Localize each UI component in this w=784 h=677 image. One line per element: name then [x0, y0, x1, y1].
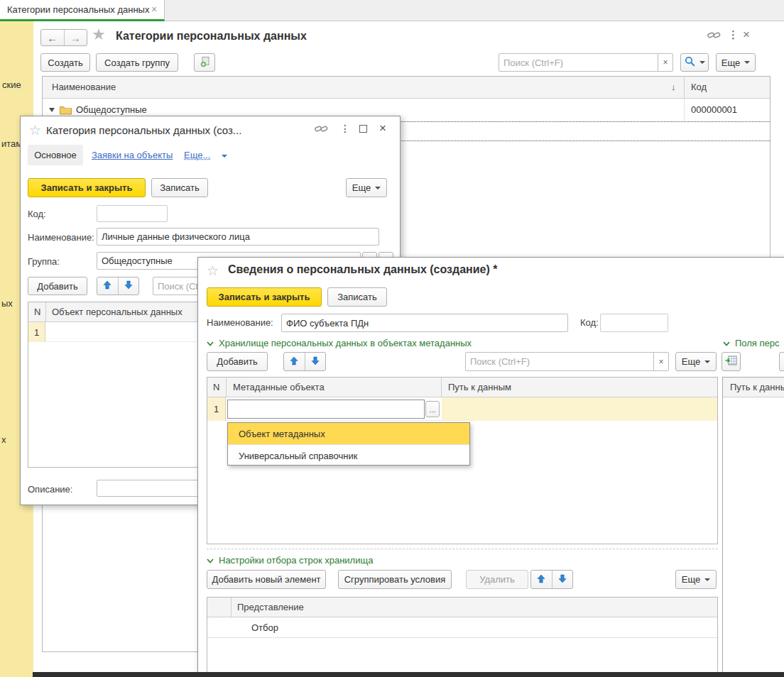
move-row-buttons [283, 352, 326, 371]
sidebar-item-fragment[interactable]: итам [1, 138, 22, 149]
move-down-button[interactable] [305, 353, 326, 370]
back-button[interactable]: ← [41, 30, 64, 45]
get-link-icon[interactable] [315, 124, 328, 136]
move-up-button[interactable] [284, 353, 305, 370]
tab-more-link[interactable]: Еще... [184, 150, 210, 160]
description-label: Описание: [28, 484, 72, 495]
more-menu-dots-icon[interactable]: ⋮ [728, 28, 739, 41]
search-mode-button[interactable] [680, 53, 709, 72]
favorite-star-icon[interactable]: ☆ [207, 263, 219, 279]
table-row[interactable]: 1 ... [207, 397, 717, 421]
tab-close-icon[interactable]: × [151, 4, 157, 15]
name-label: Наименование: [207, 317, 273, 328]
delete-button[interactable]: Удалить [466, 570, 528, 589]
move-up-button[interactable] [531, 571, 552, 588]
more-button-label: Еще [722, 57, 740, 68]
storage-more-button[interactable]: Еще [675, 352, 717, 371]
name-field[interactable] [281, 314, 568, 332]
move-down-button[interactable] [552, 571, 573, 588]
add-object-button[interactable]: Добавить [28, 277, 87, 295]
close-dialog-icon[interactable]: × [379, 121, 386, 136]
arrow-down-icon [558, 574, 567, 585]
column-header-path[interactable]: Путь к данным [448, 382, 511, 392]
list-more-button[interactable]: Еще [716, 53, 756, 72]
column-header-n[interactable]: N [34, 307, 40, 317]
column-header-path[interactable]: Путь к данны [730, 382, 784, 392]
filter-table-header[interactable]: Представление [207, 598, 717, 617]
code-field[interactable] [600, 314, 668, 332]
column-header-code[interactable]: Код [691, 82, 707, 92]
save-button[interactable]: Записать [151, 178, 208, 197]
chevron-down-icon [699, 61, 705, 64]
clear-x-icon: × [658, 357, 663, 367]
delete-label: Удалить [479, 574, 515, 585]
forward-button[interactable]: → [64, 30, 87, 45]
chevron-collapse-icon [723, 338, 730, 348]
add-label: Добавить [217, 356, 257, 367]
tab-requests-link[interactable]: Заявки на объекты [92, 150, 173, 160]
create-button[interactable]: Создать [40, 53, 90, 72]
add-new-element-button[interactable]: Добавить новый элемент [207, 570, 326, 589]
fields-panel-header[interactable]: Путь к данны [723, 378, 784, 397]
column-header-view[interactable]: Представление [237, 602, 304, 612]
chevron-down-icon [375, 187, 381, 189]
dropdown-item[interactable]: Универсальный справочник [228, 444, 469, 466]
more-menu-dots-icon[interactable]: ⋮ [340, 123, 350, 134]
magnifier-icon [685, 56, 695, 69]
name-field[interactable] [97, 228, 379, 246]
search-input[interactable] [466, 353, 653, 370]
dropdown-item-selected[interactable]: Объект метаданных [228, 423, 469, 444]
create-group-button[interactable]: Создать группу [96, 53, 178, 72]
favorite-star-icon[interactable]: ★ [92, 26, 106, 44]
table-row[interactable]: Отбор [207, 617, 717, 638]
chevron-down-icon[interactable] [222, 155, 227, 158]
metadata-table-header[interactable]: N Метаданные объекта Путь к данным [207, 378, 717, 397]
group-conditions-label: Сгруппировать условия [344, 574, 446, 585]
storage-section-header[interactable]: Хранилище персональных данных в объектах… [207, 338, 472, 348]
group-conditions-button[interactable]: Сгруппировать условия [338, 570, 452, 589]
metadata-edit-cell[interactable] [227, 400, 425, 419]
categories-table-header[interactable]: Наименование ↓ Код [43, 77, 770, 99]
move-up-button[interactable] [97, 277, 118, 295]
get-link-icon[interactable] [707, 31, 721, 42]
sidebar-item-fragment[interactable]: х [1, 434, 6, 445]
fields-extra-button[interactable] [779, 352, 784, 371]
metadata-pick-button[interactable]: ... [425, 401, 440, 417]
search-clear-button[interactable]: × [653, 353, 668, 370]
save-and-close-button[interactable]: Записать и закрыть [207, 287, 322, 307]
expand-triangle-icon[interactable] [49, 108, 55, 112]
maximize-icon[interactable] [359, 125, 367, 133]
column-header-metadata[interactable]: Метаданные объекта [233, 382, 325, 392]
storage-search-field[interactable]: × [465, 352, 669, 371]
storage-add-button[interactable]: Добавить [207, 352, 268, 371]
section-separator [207, 549, 718, 549]
sidebar-item-fragment[interactable]: ские [2, 79, 21, 90]
column-header-name[interactable]: Наименование [52, 82, 116, 92]
nav-button-group: ← → [40, 29, 87, 46]
save-button[interactable]: Записать [327, 287, 387, 307]
tab-main[interactable]: Основное [28, 145, 83, 165]
sidebar-item-fragment[interactable]: ых [1, 298, 13, 309]
move-down-button[interactable] [118, 277, 139, 295]
ellipsis-label: ... [429, 405, 435, 414]
code-label: Код: [28, 209, 46, 219]
fields-path-panel: Путь к данны [722, 377, 784, 673]
filter-section-header[interactable]: Настройки отбора строк хранилища [207, 555, 373, 566]
dialog-more-button[interactable]: Еще [346, 178, 387, 197]
search-input[interactable] [499, 54, 658, 71]
list-search-field[interactable]: × [499, 53, 673, 72]
metadata-type-dropdown: Объект метаданных Универсальный справочн… [227, 422, 470, 466]
column-header-n[interactable]: N [213, 382, 219, 392]
filter-more-button[interactable]: Еще [675, 570, 717, 589]
favorite-star-icon[interactable]: ☆ [29, 122, 41, 138]
fields-section-header[interactable]: Поля перс [723, 338, 780, 348]
column-header-object[interactable]: Объект персональных данных [52, 307, 183, 317]
search-clear-button[interactable]: × [658, 54, 673, 71]
close-form-icon[interactable]: × [743, 28, 750, 42]
tab-categories[interactable]: Категории персональных данных × [0, 0, 165, 21]
code-field[interactable] [97, 205, 168, 222]
save-and-close-button[interactable]: Записать и закрыть [28, 178, 146, 197]
create-by-copy-button[interactable] [194, 53, 215, 72]
path-cell[interactable] [442, 397, 717, 421]
fields-import-button[interactable] [722, 352, 741, 371]
